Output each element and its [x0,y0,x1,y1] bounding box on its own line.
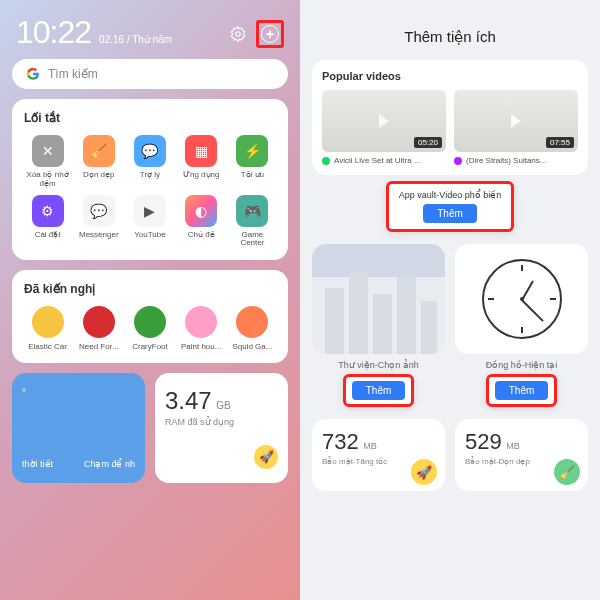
ram-label: RAM đã sử dụng [165,417,278,427]
recommendation-item[interactable]: Squid Ga... [229,306,276,351]
add-button[interactable]: Thêm [495,381,549,400]
rec-icon [134,306,166,338]
stat-card[interactable]: 529 MBBảo mật-Dọn dẹp🧹 [455,419,588,491]
rec-label: Paint hou... [181,342,221,351]
add-video-widget-box: App vault-Video phổ biến Thêm [386,181,514,232]
shortcut-icon: ▦ [185,135,217,167]
ram-unit: GB [216,400,230,411]
gallery-widget-preview[interactable] [312,244,445,354]
popular-videos-card: Popular videos 05:20Avicii Live Set at U… [312,60,588,175]
shortcut-icon: ◐ [185,195,217,227]
shortcuts-card: Lối tắt ✕Xóa bộ nhớ đệm🧹Dọn dẹp💬Trợ lý▦Ứ… [12,99,288,260]
add-button[interactable]: Thêm [352,381,406,400]
settings-icon[interactable] [228,24,248,44]
shortcut-item[interactable]: ⚡Tối ưu [229,135,276,189]
shortcut-item[interactable]: ▶YouTube [126,195,173,249]
google-icon [26,67,40,81]
recommendation-item[interactable]: Need For... [75,306,122,351]
plus-icon: + [261,25,279,43]
shortcut-item[interactable]: 💬Trợ lý [126,135,173,189]
ram-widget[interactable]: 3.47 GB RAM đã sử dụng 🚀 [155,373,288,483]
shortcut-icon: 💬 [83,195,115,227]
shortcut-item[interactable]: ▦Ứng dụng [178,135,225,189]
recommendations-card: Đã kiến nghị Elastic CarNeed For...Crary… [12,270,288,363]
shortcut-icon: ⚙ [32,195,64,227]
analog-clock-icon [482,259,562,339]
weather-degree: ° [22,387,135,398]
weather-city: thời tiết [22,459,53,469]
weather-action: Chạm để nh [84,459,135,469]
shortcut-item[interactable]: 🎮Game Center [229,195,276,249]
video-item[interactable]: 07:55(Dire Straits) Sultans... [454,90,578,165]
add-video-label: App vault-Video phổ biến [399,190,501,200]
recommendation-item[interactable]: CraryFoot [126,306,173,351]
shortcuts-title: Lối tắt [24,111,276,125]
search-placeholder: Tìm kiếm [48,67,98,81]
video-title: (Dire Straits) Sultans... [466,156,546,165]
shortcut-label: Messenger [79,231,119,240]
video-title: Avicii Live Set at Ultra ... [334,156,421,165]
rec-icon [32,306,64,338]
video-item[interactable]: 05:20Avicii Live Set at Ultra ... [322,90,446,165]
shortcut-label: Dọn dẹp [83,171,114,180]
rec-icon [185,306,217,338]
source-dot-icon [454,157,462,165]
clock-widget-preview[interactable] [455,244,588,354]
shortcut-icon: ⚡ [236,135,268,167]
clock-widget-label: Đồng hồ-Hiện tại [455,360,588,370]
shortcut-label: Cài đặt [35,231,61,240]
stat-icon: 🚀 [411,459,437,485]
play-icon [511,114,521,128]
shortcut-icon: ✕ [32,135,64,167]
shortcut-item[interactable]: 💬Messenger [75,195,122,249]
stat-value: 529 [465,429,502,454]
shortcut-label: Xóa bộ nhớ đệm [24,171,71,189]
stat-value: 732 [322,429,359,454]
shortcut-icon: 🎮 [236,195,268,227]
shortcut-label: Chủ đề [188,231,215,240]
source-dot-icon [322,157,330,165]
widgets-screen: Thêm tiện ích Popular videos 05:20Avicii… [300,0,600,600]
stat-card[interactable]: 732 MBBảo mật-Tăng tốc🚀 [312,419,445,491]
shortcut-label: Trợ lý [140,171,160,180]
shortcut-icon: 🧹 [83,135,115,167]
stat-unit: MB [506,441,520,451]
shortcut-icon: ▶ [134,195,166,227]
svg-point-0 [236,32,241,37]
shortcut-icon: 💬 [134,135,166,167]
add-clock-box: Thêm [486,374,558,407]
search-bar[interactable]: Tìm kiếm [12,59,288,89]
weather-widget[interactable]: ° thời tiết Chạm để nh [12,373,145,483]
recommendation-item[interactable]: Paint hou... [178,306,225,351]
page-title: Thêm tiện ích [300,16,600,60]
stat-icon: 🧹 [554,459,580,485]
video-thumb: 05:20 [322,90,446,152]
shortcut-item[interactable]: ✕Xóa bộ nhớ đệm [24,135,71,189]
status-bar: 10:22 02.16 / Thứ năm + [0,0,300,59]
stat-unit: MB [363,441,377,451]
buildings-image [312,244,445,354]
video-duration: 05:20 [414,137,442,148]
popular-videos-title: Popular videos [322,70,578,82]
play-icon [379,114,389,128]
recommendation-item[interactable]: Elastic Car [24,306,71,351]
rec-label: Elastic Car [28,342,67,351]
home-screen: 10:22 02.16 / Thứ năm + Tìm kiếm Lối tắt… [0,0,300,600]
rec-icon [83,306,115,338]
shortcut-item[interactable]: ⚙Cài đặt [24,195,71,249]
add-button[interactable]: Thêm [423,204,477,223]
recs-title: Đã kiến nghị [24,282,276,296]
add-widget-button[interactable]: + [256,20,284,48]
clock-date: 02.16 / Thứ năm [99,34,172,45]
rec-label: Squid Ga... [232,342,272,351]
status-spacer [300,0,600,16]
shortcut-item[interactable]: 🧹Dọn dẹp [75,135,122,189]
ram-value: 3.47 [165,387,212,414]
video-thumb: 07:55 [454,90,578,152]
shortcut-label: YouTube [134,231,165,240]
video-duration: 07:55 [546,137,574,148]
rocket-icon: 🚀 [254,445,278,469]
rec-icon [236,306,268,338]
shortcut-item[interactable]: ◐Chủ đề [178,195,225,249]
shortcut-label: Tối ưu [241,171,264,180]
